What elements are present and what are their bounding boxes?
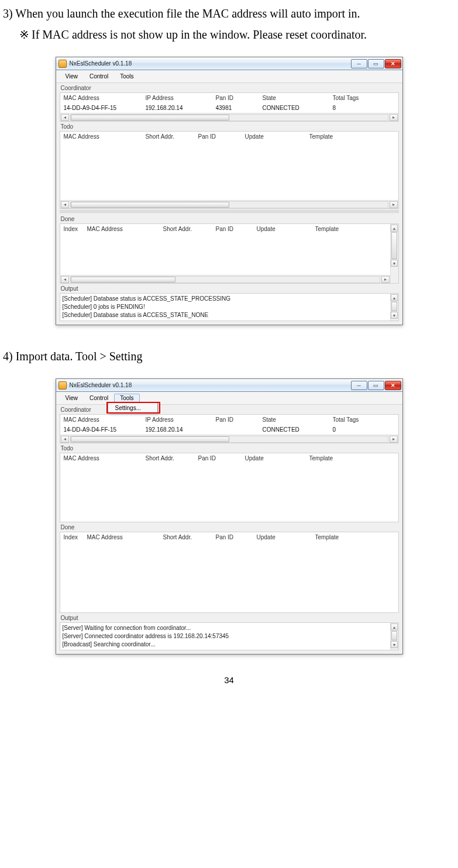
cell-ip: 192.168.20.14 (146, 426, 216, 433)
menubar: View Control Tools Settings... (56, 392, 402, 405)
minimize-icon: ─ (357, 383, 360, 388)
col-pan[interactable]: Pan ID (216, 226, 257, 232)
scroll-right-icon[interactable]: ▸ (390, 114, 398, 121)
output-vscroll[interactable]: ▴ ▾ (390, 294, 398, 321)
col-pan[interactable]: Pan ID (216, 416, 263, 423)
scroll-left-icon[interactable]: ◂ (61, 276, 69, 283)
col-mac[interactable]: MAC Address (64, 133, 146, 140)
menu-control[interactable]: Control (84, 394, 114, 402)
col-update[interactable]: Update (257, 226, 315, 232)
output-label: Output (56, 284, 402, 292)
output-line: [Server] Connected coordinator address i… (63, 632, 388, 640)
col-update[interactable]: Update (245, 455, 309, 461)
todo-hscroll[interactable]: ◂ ▸ (60, 200, 398, 208)
close-icon: ✕ (391, 61, 395, 67)
close-button[interactable]: ✕ (385, 381, 401, 390)
scroll-down-icon[interactable]: ▾ (391, 312, 398, 319)
app-window-2: NxEslScheduler v0.1.18 ─ ▭ ✕ View Contro… (56, 378, 403, 655)
scroll-right-icon[interactable]: ▸ (381, 276, 390, 283)
scroll-left-icon[interactable]: ◂ (61, 114, 69, 121)
step-3-note: If MAC address is not show up in the win… (32, 28, 367, 41)
col-mac[interactable]: MAC Address (64, 455, 146, 461)
cell-tags: 8 (333, 105, 395, 111)
minimize-icon: ─ (357, 61, 360, 67)
scroll-down-icon[interactable]: ▾ (391, 260, 398, 267)
done-vscroll[interactable]: ▴ ▾ (390, 224, 398, 283)
tools-dropdown: Settings... (108, 402, 158, 414)
col-mac[interactable]: MAC Address (87, 534, 163, 540)
scroll-up-icon[interactable]: ▴ (391, 624, 398, 631)
col-update[interactable]: Update (245, 133, 309, 140)
done-hscroll[interactable]: ◂ ▸ (60, 275, 390, 283)
col-state[interactable]: State (263, 95, 333, 101)
done-panel: Index MAC Address Short Addr. Pan ID Upd… (60, 223, 399, 284)
close-button[interactable]: ✕ (385, 59, 401, 68)
col-ip[interactable]: IP Address (146, 95, 216, 101)
col-template[interactable]: Template (315, 226, 387, 232)
col-ip[interactable]: IP Address (146, 416, 216, 423)
col-tags[interactable]: Total Tags (333, 95, 395, 101)
step-4-number: 4) (3, 350, 13, 363)
col-mac[interactable]: MAC Address (87, 226, 163, 232)
scroll-up-icon[interactable]: ▴ (391, 225, 398, 232)
col-state[interactable]: State (263, 416, 333, 423)
col-template[interactable]: Template (309, 455, 395, 461)
col-pan[interactable]: Pan ID (198, 455, 245, 461)
col-short-addr[interactable]: Short Addr. (146, 455, 198, 461)
titlebar[interactable]: NxEslScheduler v0.1.18 ─ ▭ ✕ (56, 379, 402, 392)
output-panel: [Server] Waiting for connection from coo… (60, 622, 399, 650)
menu-item-settings[interactable]: Settings... (108, 403, 157, 413)
minimize-button[interactable]: ─ (351, 59, 367, 68)
scroll-down-icon[interactable]: ▾ (391, 641, 398, 648)
coordinator-hscroll[interactable]: ◂ ▸ (60, 113, 398, 121)
step-3-text: 3) When you launch the execution file th… (3, 3, 455, 45)
coordinator-panel: MAC Address IP Address Pan ID State Tota… (60, 414, 399, 443)
output-line: [Broadcast] Searching coordinator... (63, 640, 388, 649)
coordinator-row[interactable]: 14-DD-A9-D4-FF-15 192.168.20.14 CONNECTE… (60, 425, 398, 435)
scroll-left-icon[interactable]: ◂ (61, 201, 69, 208)
col-pan[interactable]: Pan ID (216, 95, 263, 101)
maximize-button[interactable]: ▭ (368, 381, 384, 390)
col-pan[interactable]: Pan ID (198, 133, 245, 140)
maximize-button[interactable]: ▭ (368, 59, 384, 68)
output-line: [Scheduler] 0 jobs is PENDING! (63, 303, 388, 311)
menu-tools[interactable]: Tools (114, 72, 139, 81)
menu-view[interactable]: View (60, 72, 84, 81)
todo-panel: MAC Address Short Addr. Pan ID Update Te… (60, 131, 399, 209)
col-tags[interactable]: Total Tags (333, 416, 395, 423)
menu-tools[interactable]: Tools (114, 394, 139, 402)
minimize-button[interactable]: ─ (351, 381, 367, 390)
col-index[interactable]: Index (64, 534, 87, 540)
col-pan[interactable]: Pan ID (216, 534, 257, 540)
maximize-icon: ▭ (373, 61, 378, 67)
cell-state: CONNECTED (263, 426, 333, 433)
col-template[interactable]: Template (315, 534, 395, 540)
col-index[interactable]: Index (64, 226, 87, 232)
col-short-addr[interactable]: Short Addr. (146, 133, 198, 140)
col-mac[interactable]: MAC Address (64, 416, 146, 423)
app-window-1: NxEslScheduler v0.1.18 ─ ▭ ✕ View Contro… (56, 57, 403, 325)
app-icon (58, 60, 67, 68)
scroll-right-icon[interactable]: ▸ (390, 436, 398, 443)
col-template[interactable]: Template (309, 133, 395, 140)
menu-control[interactable]: Control (84, 72, 114, 81)
scroll-left-icon[interactable]: ◂ (61, 436, 69, 443)
col-short-addr[interactable]: Short Addr. (163, 534, 216, 540)
coordinator-row[interactable]: 14-DD-A9-D4-FF-15 192.168.20.14 43981 CO… (60, 103, 398, 113)
col-short-addr[interactable]: Short Addr. (163, 226, 216, 232)
output-vscroll[interactable]: ▴ ▾ (390, 623, 398, 650)
scroll-up-icon[interactable]: ▴ (391, 294, 398, 301)
resize-separator[interactable] (60, 210, 399, 213)
scroll-right-icon[interactable]: ▸ (390, 201, 398, 208)
cell-pan: 43981 (216, 105, 263, 111)
output-line: [Scheduler] Database status is ACCESS_ST… (63, 295, 388, 303)
coordinator-hscroll[interactable]: ◂ ▸ (60, 435, 398, 443)
output-line: [Scheduler] Database status is ACCESS_ST… (63, 311, 388, 319)
col-mac[interactable]: MAC Address (64, 95, 146, 101)
menu-view[interactable]: View (60, 394, 84, 402)
titlebar[interactable]: NxEslScheduler v0.1.18 ─ ▭ ✕ (56, 57, 402, 70)
step-4-text: 4) Import data. Tool > Setting (3, 346, 455, 367)
col-update[interactable]: Update (257, 534, 315, 540)
menubar: View Control Tools (56, 70, 402, 83)
step-4-body: Import data. Tool > Setting (16, 350, 143, 363)
